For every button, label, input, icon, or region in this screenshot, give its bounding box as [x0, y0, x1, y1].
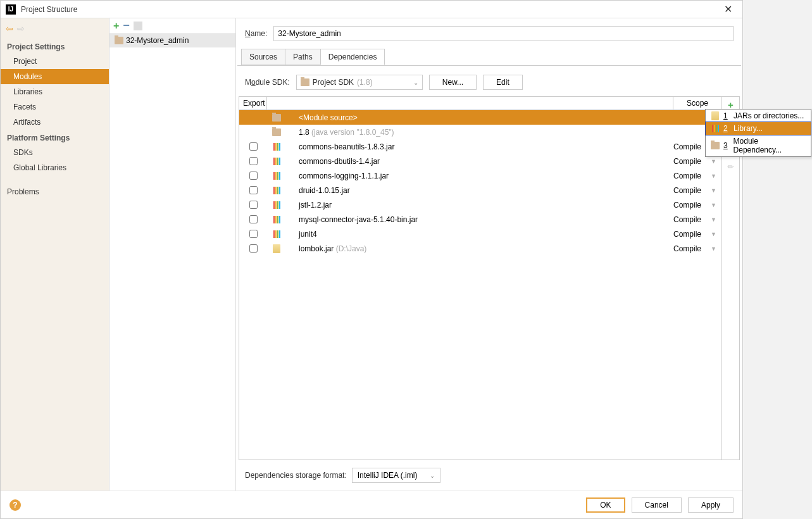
library-icon: [273, 187, 280, 194]
settings-sidebar: ⇦ ⇨ Project Settings Project Modules Lib…: [1, 18, 109, 491]
dependency-row[interactable]: 1.8 (java version "1.8.0_45"): [239, 125, 721, 139]
dependency-scope[interactable]: Compile▼: [673, 201, 721, 209]
module-tabs: Sources Paths Dependencies: [237, 49, 741, 66]
dependency-name: druid-1.0.15.jar: [286, 186, 673, 195]
module-name-input[interactable]: [273, 26, 734, 41]
sidebar-item-problems[interactable]: Problems: [1, 184, 109, 199]
tree-module-item[interactable]: 32-Mystore_admin: [109, 34, 235, 47]
module-icon: [711, 142, 720, 149]
module-tree: + − 32-Mystore_admin: [109, 18, 236, 491]
dependency-scope[interactable]: Compile▼: [673, 215, 721, 224]
library-icon: [273, 143, 280, 151]
sidebar-item-project[interactable]: Project: [1, 54, 109, 69]
dependency-row[interactable]: commons-logging-1.1.1.jar Compile▼: [239, 168, 721, 183]
dependency-row[interactable]: mysql-connector-java-5.1.40-bin.jar Comp…: [239, 212, 721, 227]
dependency-row[interactable]: commons-beanutils-1.8.3.jar Compile▼: [239, 139, 721, 154]
nav-forward-icon: ⇨: [17, 23, 25, 34]
editor-backdrop: [743, 0, 812, 519]
dependency-row[interactable]: lombok.jar (D:\Java)Compile▼: [239, 241, 721, 256]
ok-button[interactable]: OK: [586, 497, 625, 513]
sidebar-item-global-libraries[interactable]: Global Libraries: [1, 160, 109, 175]
dependency-name: lombok.jar (D:\Java): [286, 244, 673, 253]
sidebar-item-modules[interactable]: Modules: [1, 69, 109, 84]
dependency-name: commons-dbutils-1.4.jar: [286, 157, 673, 166]
export-checkbox[interactable]: [249, 172, 258, 180]
library-icon: [273, 201, 280, 209]
sidebar-item-libraries[interactable]: Libraries: [1, 84, 109, 99]
dialog-title: Project Structure: [21, 5, 719, 14]
export-checkbox[interactable]: [249, 157, 258, 165]
library-icon: [273, 230, 280, 238]
tab-sources[interactable]: Sources: [241, 49, 285, 65]
storage-label: Dependencies storage format:: [245, 471, 347, 480]
tree-add-icon[interactable]: +: [113, 20, 119, 32]
dependency-row[interactable]: commons-dbutils-1.4.jar Compile▼: [239, 154, 721, 168]
module-folder-icon: [115, 37, 123, 44]
close-icon[interactable]: ✕: [719, 3, 737, 15]
col-name: [267, 97, 673, 109]
dependency-scope[interactable]: Compile▼: [673, 244, 721, 253]
nav-back-icon[interactable]: ⇦: [6, 23, 13, 34]
tree-copy-icon[interactable]: [134, 22, 142, 30]
col-export: Export: [239, 97, 267, 109]
dependency-scope[interactable]: Compile▼: [673, 157, 721, 166]
jar-icon: [711, 111, 719, 120]
popup-library[interactable]: 2 Library...: [705, 122, 811, 135]
dependency-name: junit4: [286, 230, 673, 239]
export-checkbox[interactable]: [249, 215, 258, 223]
tree-remove-icon[interactable]: −: [123, 19, 130, 32]
help-icon[interactable]: ?: [9, 499, 21, 511]
sdk-new-button[interactable]: New...: [429, 75, 477, 90]
popup-module-dep[interactable]: 3 Module Dependency...: [706, 135, 811, 156]
dependency-name: commons-logging-1.1.1.jar: [286, 172, 673, 180]
storage-format-select[interactable]: IntelliJ IDEA (.iml) ⌄: [352, 468, 440, 483]
library-icon: [273, 172, 280, 180]
library-icon: [273, 216, 280, 223]
sdk-folder-icon: [301, 78, 309, 86]
export-checkbox[interactable]: [249, 230, 258, 238]
dependency-row[interactable]: <Module source>: [239, 110, 721, 125]
sidebar-heading-platform: Platform Settings: [1, 130, 109, 145]
dependencies-table: Export Scope <Module source> 1.8 (java v…: [239, 96, 722, 460]
cancel-button[interactable]: Cancel: [632, 497, 682, 513]
chevron-down-icon: ⌄: [430, 472, 435, 479]
jar-icon: [273, 244, 280, 253]
apply-button[interactable]: Apply: [688, 497, 734, 513]
sidebar-item-artifacts[interactable]: Artifacts: [1, 115, 109, 130]
export-checkbox[interactable]: [249, 186, 258, 194]
sidebar-heading-project: Project Settings: [1, 39, 109, 54]
tab-paths[interactable]: Paths: [285, 49, 321, 65]
module-sdk-select[interactable]: Project SDK (1.8) ⌄: [296, 75, 423, 90]
add-dependency-popup: 1 JARs or directories... 2 Library... 3 …: [705, 109, 811, 157]
dependency-name: mysql-connector-java-5.1.40-bin.jar: [286, 215, 673, 224]
titlebar: IJ Project Structure ✕: [1, 1, 742, 18]
chevron-down-icon: ⌄: [413, 79, 418, 86]
dependency-name: jstl-1.2.jar: [286, 201, 673, 209]
tab-dependencies[interactable]: Dependencies: [320, 49, 385, 65]
sidebar-item-sdks[interactable]: SDKs: [1, 145, 109, 160]
export-checkbox[interactable]: [249, 201, 258, 209]
dependency-name: 1.8 (java version "1.8.0_45"): [286, 128, 673, 137]
library-icon: [273, 158, 280, 165]
dependency-name: <Module source>: [286, 113, 673, 122]
project-structure-dialog: IJ Project Structure ✕ ⇦ ⇨ Project Setti…: [0, 0, 743, 519]
sidebar-item-facets[interactable]: Facets: [1, 99, 109, 115]
popup-jars[interactable]: 1 JARs or directories...: [706, 109, 811, 122]
dependency-row[interactable]: jstl-1.2.jar Compile▼: [239, 197, 721, 212]
dependency-row[interactable]: druid-1.0.15.jar Compile▼: [239, 183, 721, 197]
dependency-scope[interactable]: Compile▼: [673, 186, 721, 195]
dependency-name: commons-beanutils-1.8.3.jar: [286, 142, 673, 151]
module-editor: Name: Sources Paths Dependencies Module …: [236, 18, 742, 491]
dependency-row[interactable]: junit4 Compile▼: [239, 227, 721, 241]
col-scope: Scope: [673, 97, 721, 109]
edit-dependency-icon: ✎: [725, 162, 736, 173]
folder-icon: [272, 114, 281, 122]
folder-icon: [272, 128, 281, 136]
dependency-scope[interactable]: Compile▼: [673, 230, 721, 239]
export-checkbox[interactable]: [249, 244, 258, 253]
app-icon: IJ: [6, 4, 16, 15]
name-label: Name:: [245, 29, 267, 38]
sdk-edit-button[interactable]: Edit: [483, 75, 523, 90]
dependency-scope[interactable]: Compile▼: [673, 172, 721, 180]
export-checkbox[interactable]: [249, 142, 258, 151]
